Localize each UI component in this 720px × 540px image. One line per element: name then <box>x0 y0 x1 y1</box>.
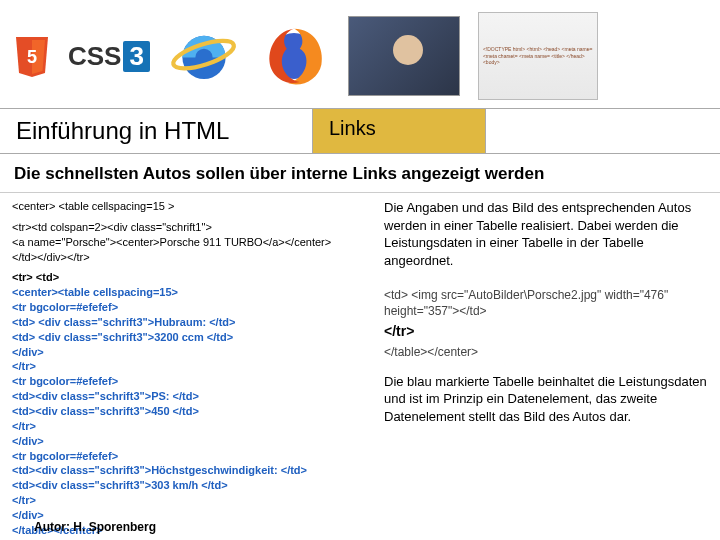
code-line: <td><div class="schrift3">PS: </td> <box>12 389 372 404</box>
code-line: <tr bgcolor=#efefef> <box>12 374 372 389</box>
content-area: <center> <table cellspacing=15 > <tr><td… <box>0 193 720 540</box>
code-line: <tr bgcolor=#efefef> <box>12 449 372 464</box>
presenter-photo <box>348 16 460 96</box>
subtitle: Die schnellsten Autos sollen über intern… <box>0 154 720 193</box>
code-line: </div> <box>12 434 372 449</box>
code-line: </div> <box>12 345 372 360</box>
svg-text:5: 5 <box>27 47 37 67</box>
code-line: </td></div></tr> <box>12 250 372 265</box>
css3-number: 3 <box>123 41 149 72</box>
paragraph: Die blau markierte Tabelle beinhaltet di… <box>384 373 708 426</box>
code-line: <tr bgcolor=#efefef> <box>12 300 372 315</box>
html5-icon: 5 <box>14 35 50 77</box>
code-line: </table></center> <box>384 344 708 360</box>
section-tab: Links <box>312 109 486 153</box>
firefox-icon <box>258 20 330 92</box>
code-line: <center> <table cellspacing=15 > <box>12 199 372 214</box>
code-column: <center> <table cellspacing=15 > <tr><td… <box>12 199 372 540</box>
page-title: Einführung in HTML <box>0 109 312 153</box>
code-line: </tr> <box>12 419 372 434</box>
code-line: </tr> <box>12 493 372 508</box>
code-line: <td> <div class="schrift3">Hubraum: </td… <box>12 315 372 330</box>
code-line: </tr> <box>384 322 708 341</box>
code-line: <td><div class="schrift3">450 </td> <box>12 404 372 419</box>
code-line: <td><div class="schrift3">303 km/h </td> <box>12 478 372 493</box>
paragraph: Die Angaben und das Bild des entsprechen… <box>384 199 708 269</box>
code-line: <a name="Porsche"><center>Porsche 911 TU… <box>12 235 372 250</box>
css3-text: CSS <box>68 41 121 72</box>
code-line: <center><table cellspacing=15> <box>12 285 372 300</box>
explanation-column: Die Angaben und das Bild des entsprechen… <box>384 199 708 540</box>
ie-icon <box>168 20 240 92</box>
logo-bar: 5 CSS3 <!DOCTYPE html> <html> <head> <me… <box>0 0 720 108</box>
code-line: <tr> <td> <box>12 270 372 285</box>
code-line: </tr> <box>12 359 372 374</box>
code-line: <tr><td colspan=2><div class="schrift1"> <box>12 220 372 235</box>
css3-icon: CSS3 <box>68 41 150 72</box>
code-line: <td><div class="schrift3">Höchstgeschwin… <box>12 463 372 478</box>
author-label: Autor: H. Sporenberg <box>34 520 156 534</box>
code-line: <td> <div class="schrift3">3200 ccm </td… <box>12 330 372 345</box>
code-sheet-image: <!DOCTYPE html> <html> <head> <meta name… <box>478 12 598 100</box>
title-row: Einführung in HTML Links <box>0 108 720 154</box>
code-line: <td> <img src="AutoBilder\Porsche2.jpg" … <box>384 287 708 319</box>
